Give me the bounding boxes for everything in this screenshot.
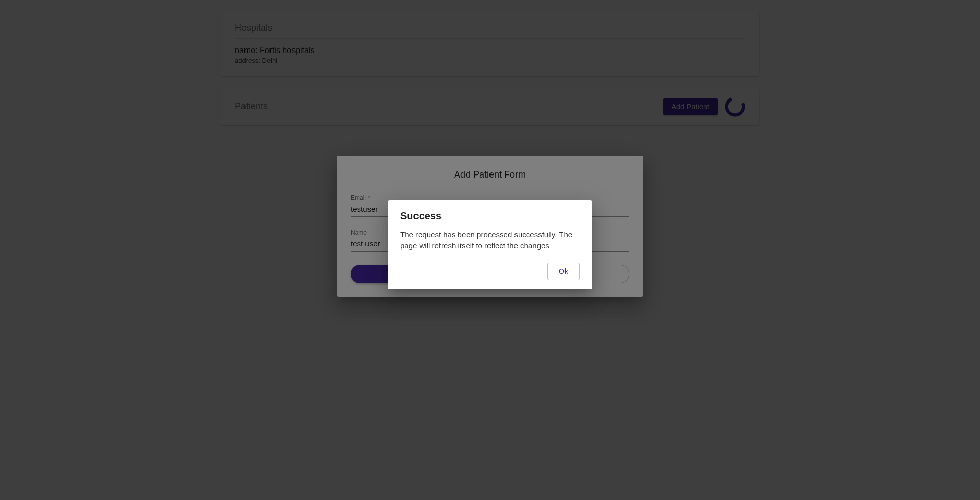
success-message: The request has been processed successfu… — [400, 229, 580, 252]
ok-button[interactable]: Ok — [547, 263, 580, 280]
success-actions: Ok — [400, 263, 580, 280]
success-dialog: Success The request has been processed s… — [388, 200, 592, 289]
success-title: Success — [400, 210, 580, 222]
